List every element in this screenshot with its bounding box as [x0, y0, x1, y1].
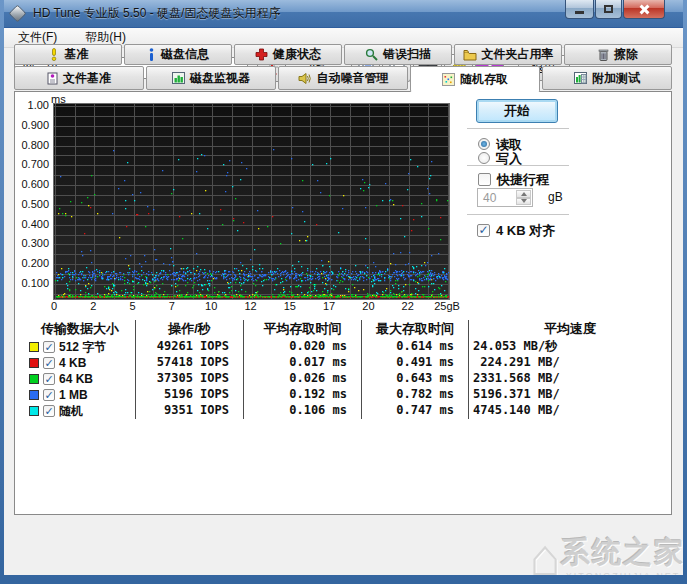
- random-access-chart: [53, 103, 450, 300]
- capacity-stepper[interactable]: [516, 190, 531, 205]
- col-header-max: 最大存取时间: [361, 320, 468, 339]
- speed-cell: 224.291 MB/: [468, 355, 671, 371]
- tab-benchmark[interactable]: 基准: [14, 44, 122, 65]
- series-swatch: [29, 406, 39, 416]
- results-table: 传输数据大小 操作/秒 平均存取时间 最大存取时间 平均速度 ✓512 字节 4…: [25, 320, 671, 419]
- max-cell: 0.614 ms: [361, 339, 468, 355]
- table-row-label: ✓4 KB: [25, 355, 135, 371]
- write-radio[interactable]: [478, 152, 490, 164]
- ops-cell: 37305 IOPS: [135, 371, 243, 387]
- y-tick-label: 0.600: [15, 178, 49, 190]
- y-tick-label: 0.800: [15, 139, 49, 151]
- exclamation-icon: [48, 48, 60, 61]
- series-swatch: [29, 358, 39, 368]
- step-down-icon[interactable]: [516, 198, 531, 206]
- magnifier-icon: [365, 48, 378, 61]
- table-row-label: ✓1 MB: [25, 387, 135, 403]
- x-tick-label: 7: [169, 300, 175, 312]
- y-tick-label: 0.300: [15, 237, 49, 249]
- app-icon: [8, 4, 26, 22]
- tab-label: 文件基准: [63, 70, 111, 87]
- x-tick-label: 20: [362, 300, 374, 312]
- random-access-panel: ms 1.000.9000.8000.7000.6000.5000.4000.3…: [14, 91, 672, 515]
- maximize-icon: [604, 5, 613, 13]
- tab-label: 自动噪音管理: [317, 70, 389, 87]
- capacity-value: 40: [483, 191, 496, 205]
- tab-folder-usage[interactable]: 文件夹占用率: [454, 44, 562, 65]
- x-tick-label: 22: [402, 300, 414, 312]
- tab-error-scan[interactable]: 错误扫描: [344, 44, 452, 65]
- tab-random-access[interactable]: 随机存取: [410, 66, 540, 92]
- separator: [467, 214, 569, 216]
- file-icon: [47, 72, 58, 85]
- table-row-label: ✓随机: [25, 403, 135, 419]
- tab-disk-info[interactable]: 磁盘信息: [124, 44, 232, 65]
- tab-label: 基准: [65, 46, 89, 63]
- step-up-icon[interactable]: [516, 190, 531, 198]
- title-bar: HD Tune 专业版 5.50 - 硬盘/固态硬盘实用程序: [0, 0, 687, 28]
- window-title: HD Tune 专业版 5.50 - 硬盘/固态硬盘实用程序: [33, 5, 280, 22]
- max-cell: 0.643 ms: [361, 371, 468, 387]
- start-button[interactable]: 开始: [476, 99, 558, 123]
- series-swatch: [29, 390, 39, 400]
- x-tick-label: 15: [284, 300, 296, 312]
- series-checkbox[interactable]: ✓: [43, 405, 55, 417]
- tab-erase[interactable]: 擦除: [564, 44, 672, 65]
- x-tick-label: 17: [323, 300, 335, 312]
- ops-cell: 9351 IOPS: [135, 403, 243, 419]
- avg-cell: 0.106 ms: [243, 403, 361, 419]
- ops-cell: 57418 IOPS: [135, 355, 243, 371]
- separator: [467, 128, 569, 130]
- tab-label: 磁盘信息: [161, 46, 209, 63]
- trash-icon: [598, 48, 609, 61]
- y-tick-label: 0.700: [15, 158, 49, 170]
- y-tick-label: 0.500: [15, 198, 49, 210]
- tab-file-benchmark[interactable]: 文件基准: [14, 66, 144, 90]
- avg-cell: 0.020 ms: [243, 339, 361, 355]
- minimize-button[interactable]: [565, 0, 594, 19]
- health-cross-icon: [255, 48, 268, 61]
- extra-tests-chart-icon: [574, 72, 587, 84]
- watermark: ⌂ 系统之家 XITONGZHIJIA.NET: [530, 533, 685, 581]
- short-stroke-checkbox[interactable]: [478, 173, 491, 186]
- series-checkbox[interactable]: ✓: [43, 373, 55, 385]
- series-checkbox[interactable]: ✓: [43, 357, 55, 369]
- tab-aam[interactable]: 自动噪音管理: [278, 66, 408, 90]
- tab-row-1: 基准 磁盘信息 健康状态 错误扫描 文件夹占用率 擦除: [14, 44, 672, 65]
- tab-label: 健康状态: [273, 46, 321, 63]
- series-checkbox[interactable]: ✓: [43, 341, 55, 353]
- minimize-icon: [575, 11, 584, 14]
- col-header-size: 传输数据大小: [25, 320, 135, 339]
- series-checkbox[interactable]: ✓: [43, 389, 55, 401]
- speed-cell: 2331.568 MB/: [468, 371, 671, 387]
- align-checkbox[interactable]: ✓: [477, 224, 490, 237]
- capacity-unit: gB: [548, 190, 563, 204]
- y-tick-label: 0.100: [15, 277, 49, 289]
- close-icon: [639, 4, 650, 15]
- tab-label: 错误扫描: [383, 46, 431, 63]
- y-tick-label: 0.400: [15, 218, 49, 230]
- monitor-bars-icon: [172, 72, 185, 84]
- tab-label: 随机存取: [460, 71, 508, 88]
- scatter-icon: [442, 73, 455, 86]
- hd-tune-window: HD Tune 专业版 5.50 - 硬盘/固态硬盘实用程序 文件(F) 帮助(…: [0, 0, 687, 584]
- x-tick-label: 5: [130, 300, 136, 312]
- read-radio[interactable]: [478, 138, 490, 150]
- maximize-button[interactable]: [595, 0, 622, 19]
- tab-health[interactable]: 健康状态: [234, 44, 342, 65]
- watermark-text: 系统之家: [561, 533, 685, 573]
- tab-extra-tests[interactable]: 附加测试: [542, 66, 672, 90]
- tab-disk-monitor[interactable]: 磁盘监视器: [146, 66, 276, 90]
- close-button[interactable]: [623, 0, 665, 19]
- x-tick-label: 2: [90, 300, 96, 312]
- tab-row-2: 文件基准 磁盘监视器 自动噪音管理 随机存取 附加测试: [14, 66, 672, 92]
- info-icon: [147, 48, 156, 61]
- x-tick-label: 10: [205, 300, 217, 312]
- max-cell: 0.491 ms: [361, 355, 468, 371]
- speed-cell: 5196.371 MB/: [468, 387, 671, 403]
- capacity-field[interactable]: 40: [477, 188, 533, 207]
- speaker-icon: [298, 72, 312, 85]
- avg-cell: 0.017 ms: [243, 355, 361, 371]
- series-swatch: [29, 374, 39, 384]
- short-stroke-label: 快捷行程: [497, 171, 549, 189]
